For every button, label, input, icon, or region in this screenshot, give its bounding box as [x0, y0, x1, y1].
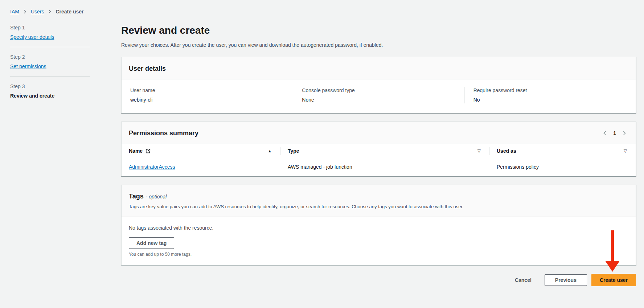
permissions-summary-header: Permissions summary 1 — [122, 122, 636, 144]
console-password-type-value: None — [302, 96, 457, 103]
tags-title: Tags- optional — [129, 192, 628, 201]
step-divider — [10, 76, 90, 77]
user-details-title: User details — [129, 65, 628, 73]
policy-used-as-cell: Permissions policy — [489, 158, 636, 176]
pagination-previous-button[interactable] — [601, 129, 609, 137]
tags-card: Tags- optional Tags are key-value pairs … — [121, 185, 636, 266]
add-new-tag-button[interactable]: Add new tag — [129, 237, 174, 249]
sort-indicator-icon[interactable]: ▽ — [624, 148, 627, 153]
user-name-value: webiny-cli — [130, 96, 286, 103]
step-2: Step 2 Set permissions — [10, 53, 90, 70]
page-layout: Step 1 Specify user details Step 2 Set p… — [10, 24, 636, 292]
require-password-reset-value: No — [473, 96, 628, 103]
page-title: Review and create — [121, 24, 636, 37]
step-link-set-permissions[interactable]: Set permissions — [10, 63, 46, 70]
permissions-table-header: Name ▲ Type ▽ U — [122, 144, 636, 158]
policy-link-administrator-access[interactable]: AdministratorAccess — [129, 164, 175, 170]
step-2-label: Step 2 — [10, 53, 90, 61]
tags-header: Tags- optional Tags are key-value pairs … — [122, 185, 636, 217]
tags-title-text: Tags — [129, 193, 144, 200]
permissions-summary-title: Permissions summary — [129, 129, 198, 137]
console-password-type-label: Console password type — [302, 87, 457, 94]
column-header-name-label: Name — [129, 148, 143, 154]
tags-body: No tags associated with the resource. Ad… — [122, 217, 636, 265]
pagination-current-page[interactable]: 1 — [612, 130, 618, 136]
breadcrumb-chevron-icon — [48, 9, 52, 14]
column-header-type[interactable]: Type ▽ — [280, 144, 489, 158]
external-link-icon — [145, 148, 151, 153]
page-description: Review your choices. After you create th… — [121, 41, 636, 49]
require-password-reset-label: Require password reset — [473, 87, 628, 94]
policy-type-cell: AWS managed - job function — [280, 158, 489, 176]
step-1-label: Step 1 — [10, 24, 90, 31]
breadcrumb-link-users[interactable]: Users — [31, 9, 44, 15]
create-user-button[interactable]: Create user — [591, 274, 636, 286]
sort-indicator-icon[interactable]: ▽ — [477, 148, 481, 153]
breadcrumb-link-iam[interactable]: IAM — [10, 9, 19, 15]
permissions-summary-card: Permissions summary 1 Name — [121, 122, 636, 176]
previous-button[interactable]: Previous — [545, 274, 587, 286]
chevron-right-icon — [622, 131, 627, 136]
iam-create-user-page: IAM Users Create user Step 1 Specify use… — [0, 0, 644, 292]
policy-name-cell: AdministratorAccess — [122, 158, 280, 176]
step-divider — [10, 47, 90, 47]
console-password-type-field: Console password type None — [293, 87, 464, 103]
user-details-header: User details — [122, 57, 636, 79]
breadcrumb-chevron-icon — [23, 9, 27, 14]
column-header-used-as[interactable]: Used as ▽ — [489, 144, 636, 158]
tags-empty-text: No tags associated with the resource. — [129, 224, 628, 231]
step-1: Step 1 Specify user details — [10, 24, 90, 41]
step-link-specify-user-details[interactable]: Specify user details — [10, 33, 54, 41]
footer-actions: Cancel Previous Create user — [121, 274, 636, 292]
step-3: Step 3 Review and create — [10, 83, 90, 99]
sort-ascending-icon[interactable]: ▲ — [268, 149, 272, 153]
tags-limit-text: You can add up to 50 more tags. — [129, 251, 628, 257]
step-current-review-and-create: Review and create — [10, 92, 90, 99]
tags-description: Tags are key-value pairs you can add to … — [129, 204, 628, 210]
cancel-button[interactable]: Cancel — [510, 275, 536, 286]
user-name-label: User name — [130, 87, 286, 94]
column-header-type-label: Type — [288, 148, 299, 154]
tags-optional-suffix: - optional — [146, 194, 167, 200]
table-row: AdministratorAccess AWS managed - job fu… — [122, 158, 636, 176]
pagination: 1 — [601, 129, 628, 137]
step-3-label: Step 3 — [10, 83, 90, 90]
chevron-left-icon — [602, 131, 607, 136]
user-details-body: User name webiny-cli Console password ty… — [122, 79, 636, 113]
user-name-field: User name webiny-cli — [122, 87, 293, 103]
permissions-table: Name ▲ Type ▽ U — [122, 144, 636, 176]
breadcrumb-current-page: Create user — [56, 9, 83, 15]
main-content: Review and create Review your choices. A… — [121, 24, 636, 292]
column-header-used-as-label: Used as — [497, 148, 516, 154]
require-password-reset-field: Require password reset No — [464, 87, 636, 103]
pagination-next-button[interactable] — [620, 129, 628, 137]
wizard-steps-nav: Step 1 Specify user details Step 2 Set p… — [10, 24, 90, 292]
column-header-name[interactable]: Name ▲ — [122, 144, 280, 158]
user-details-card: User details User name webiny-cli Consol… — [121, 57, 636, 113]
breadcrumb: IAM Users Create user — [10, 8, 636, 15]
